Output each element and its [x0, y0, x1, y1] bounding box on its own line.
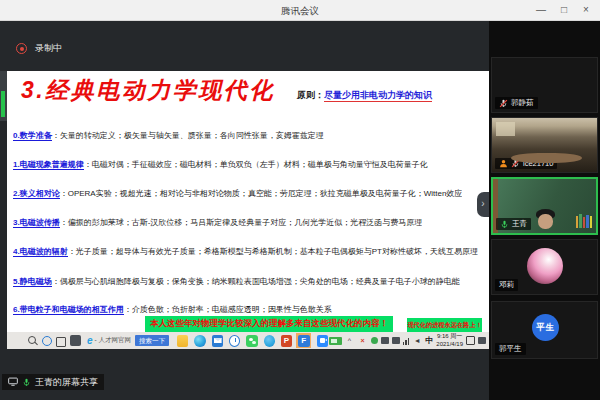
line-3-body: ：偏振的彭加莱球；古斯-汉欣位移；马吕斯定律及经典量子对应；几何光学近似；光程泛…: [60, 218, 423, 227]
participant-label: 邓莉: [495, 279, 518, 291]
participant-tile-guojingru[interactable]: 郭静茹: [491, 57, 598, 113]
slide-line-6: 6.带电粒子和电磁场的相互作用：介质色散；负折射率；电磁感应透明；因果性与色散关…: [13, 304, 332, 315]
participant-tile-guopingsheng[interactable]: 平生 郭平生: [491, 301, 598, 359]
line-2-header: 2.狭义相对论: [13, 189, 60, 199]
close-button[interactable]: ×: [575, 0, 597, 21]
recording-dot-icon: [16, 43, 27, 54]
mic-tray-icon[interactable]: [392, 337, 400, 344]
task-view-icon[interactable]: [54, 335, 68, 347]
screen-share-icon: [8, 377, 18, 387]
flower-avatar: [527, 248, 563, 284]
tray-date: 2021/4/19: [436, 341, 463, 347]
powerpoint-icon[interactable]: P: [281, 335, 292, 347]
minimize-button[interactable]: —: [530, 0, 552, 21]
line-6-body: ：介质色散；负折射率；电磁感应透明；因果性与色散关系: [124, 305, 332, 314]
window-titlebar: 腾讯会议 — □ ×: [0, 0, 600, 21]
start-button-icon[interactable]: [10, 335, 25, 347]
line-3-header: 3.电磁波传播: [13, 218, 60, 228]
participant-label: 郭平生: [495, 343, 526, 355]
mic-muted-icon: [499, 99, 508, 108]
principle-label: 原则：: [297, 90, 324, 100]
line-4-header: 4.电磁波的辐射: [13, 247, 68, 257]
share-banner-text: 王青的屏幕共享: [35, 376, 98, 389]
person-icon: [499, 159, 508, 168]
slide-line-5: 5.静电磁场：偶极层与心肌细胞降极与复极；保角变换；纳米颗粒表面电场增强；尖角处…: [13, 276, 460, 287]
taskbar-search-button[interactable]: 搜索一下: [135, 335, 169, 346]
mail-icon[interactable]: [212, 335, 223, 347]
window-title: 腾讯会议: [0, 0, 600, 21]
mic-active-icon: [22, 378, 31, 387]
line-2-body: ：OPERA实验；视超光速；相对论与非相对论物质；真空能；劳厄定理；狄拉克磁单极…: [60, 189, 463, 198]
shared-screen-slide: 3.经典电动力学现代化 原则：尽量少用非电动力学的知识 0.数学准备：矢量的转动…: [7, 71, 489, 332]
sidebar-collapse-button[interactable]: ›: [477, 192, 489, 217]
participant-label: 王青: [496, 218, 531, 230]
recording-label: 录制中: [35, 42, 62, 55]
hidden-icons-chevron[interactable]: ^: [345, 336, 355, 346]
tray-green-icon[interactable]: [371, 337, 378, 344]
ie-icon[interactable]: e: [87, 335, 93, 346]
meeting-app-icon[interactable]: [317, 335, 328, 347]
participant-label: ice21710: [495, 158, 557, 169]
scroll-thumb[interactable]: [1, 91, 5, 117]
screen-share-banner[interactable]: 王青的屏幕共享: [2, 374, 104, 390]
slide-principle: 原则：尽量少用非电动力学的知识: [297, 89, 432, 102]
battery-icon[interactable]: [329, 337, 342, 345]
line-5-header: 5.静电磁场: [13, 277, 52, 287]
slide-line-4: 4.电磁波的辐射：光子质量；超导体与有效光子质量；希格斯模型与希格斯机制；基本粒…: [13, 246, 478, 257]
browser-icon[interactable]: [194, 335, 205, 347]
pinned-app-icon[interactable]: [70, 335, 81, 346]
participant-name: 邓莉: [499, 280, 514, 290]
slide-left-scroll-strip: [0, 71, 7, 121]
slide-line-3: 3.电磁波传播：偏振的彭加莱球；古斯-汉欣位移；马吕斯定律及经典量子对应；几何光…: [13, 217, 422, 228]
participant-tile-wangqing-active[interactable]: 王青: [491, 177, 598, 235]
volume-icon[interactable]: ◄: [412, 336, 422, 346]
foxit-icon: F: [298, 335, 310, 347]
participant-name: 郭静茹: [511, 98, 534, 108]
participant-name: ice21710: [523, 159, 553, 168]
clock-app-icon[interactable]: [229, 335, 240, 347]
system-tray: ^ × ◄ 中 9:16 周一 2021/4/19: [329, 333, 486, 348]
line-0-header: 0.数学准备: [13, 131, 52, 141]
principle-text: 尽量少用非电动力学的知识: [324, 90, 432, 102]
participant-name: 王青: [512, 219, 527, 229]
line-4-body: ：光子质量；超导体与有效光子质量；希格斯模型与希格斯机制；基本粒子电偶极矩与PT…: [68, 247, 478, 256]
line-5-body: ：偶极层与心肌细胞降极与复极；保角变换；纳米颗粒表面电场增强；尖角处的电场；经典…: [52, 277, 460, 286]
file-explorer-icon[interactable]: [177, 335, 188, 347]
initials-avatar: 平生: [532, 314, 559, 341]
shared-windows-taskbar: e - 人才网官网 搜索一下 P F ^ × ◄ 中 9:16 周一 2021/…: [7, 332, 489, 349]
slide-line-1: 1.电磁现象普遍规律：电磁对偶；手征磁效应；磁电材料；单负双负（左手）材料；磁单…: [13, 159, 428, 170]
tray-clock[interactable]: 9:16 周一 2021/4/19: [436, 333, 463, 348]
action-center-icon[interactable]: [466, 336, 475, 345]
line-6-header: 6.带电粒子和电磁场的相互作用: [13, 305, 124, 315]
line-0-body: ：矢量的转动定义；极矢量与轴矢量、赝张量；各向同性张量，亥姆霍兹定理: [52, 131, 324, 140]
tencent-meeting-window: 腾讯会议 — □ × 录制中 3.经典电动力学现代化 原则：尽量少用非电动力学的…: [0, 0, 600, 400]
participant-name: 郭平生: [499, 344, 522, 354]
qq-tim-icon[interactable]: [264, 335, 275, 347]
active-app-highlight[interactable]: F: [296, 333, 311, 348]
participant-tile-ice21710[interactable]: ice21710: [491, 117, 598, 173]
maximize-button[interactable]: □: [553, 0, 575, 21]
mic-muted-icon: [511, 159, 520, 168]
speaker-video-person: [531, 209, 561, 233]
network-icon[interactable]: [403, 337, 410, 345]
participant-label: 郭静茹: [495, 97, 538, 109]
slide-title: 3.经典电动力学现代化: [21, 75, 275, 106]
slide-highlight-2: 现代化的进程永远在路上！: [407, 318, 482, 332]
line-1-body: ：电磁对偶；手征磁效应；磁电材料；单负双负（左手）材料；磁单极与角动量守恒及电荷…: [84, 160, 428, 169]
slide-highlight-1: 本人这些年对物理学比较深入的理解多来自这些现代化的内容！: [145, 316, 393, 332]
tray-time: 9:16 周一: [437, 333, 462, 339]
ie-site-label: - 人才网官网: [95, 336, 131, 345]
cortana-icon[interactable]: [40, 335, 54, 347]
participant-tile-dengli[interactable]: 邓莉: [491, 239, 598, 295]
tray-error-icon[interactable]: ×: [358, 336, 368, 346]
mic-active-icon: [500, 220, 509, 229]
ime-indicator[interactable]: 中: [425, 335, 433, 346]
recording-indicator[interactable]: 录制中: [16, 42, 62, 55]
wechat-icon[interactable]: [246, 335, 257, 347]
line-1-header: 1.电磁现象普遍规律: [13, 160, 84, 170]
printer-icon[interactable]: [381, 337, 389, 344]
bookshelf: [576, 214, 593, 228]
tray-extra-icon[interactable]: [478, 337, 486, 344]
search-icon[interactable]: [25, 335, 40, 347]
participants-sidebar: 郭静茹 ice21710 王青 邓莉: [489, 21, 600, 400]
